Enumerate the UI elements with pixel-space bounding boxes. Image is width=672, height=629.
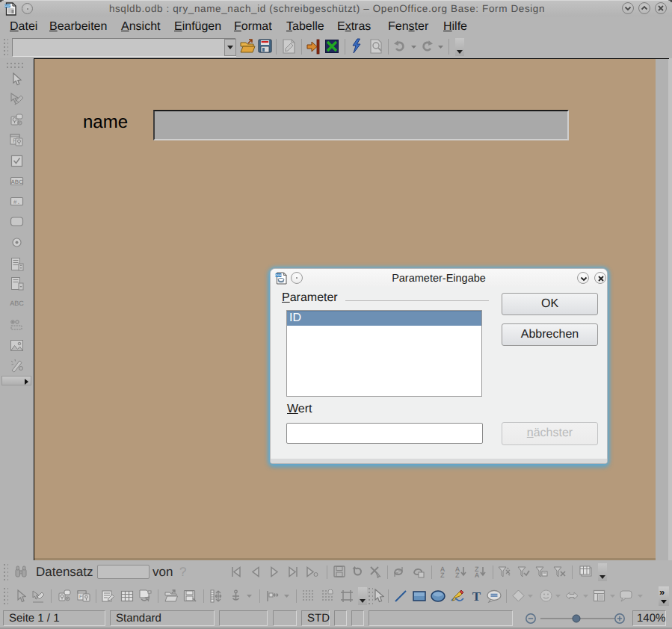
svg-text:ABC: ABC — [10, 300, 24, 307]
svg-text:ODF: ODF — [275, 273, 282, 277]
svg-text:Z: Z — [440, 571, 445, 578]
svg-text:Z: Z — [455, 571, 460, 578]
svg-text:A: A — [475, 571, 479, 578]
svg-text:ABC: ABC — [10, 179, 23, 185]
svg-text:#.: #. — [13, 199, 21, 206]
svg-text:T: T — [472, 589, 481, 603]
svg-text:ODF: ODF — [4, 4, 11, 7]
svg-text:F: F — [79, 595, 82, 600]
